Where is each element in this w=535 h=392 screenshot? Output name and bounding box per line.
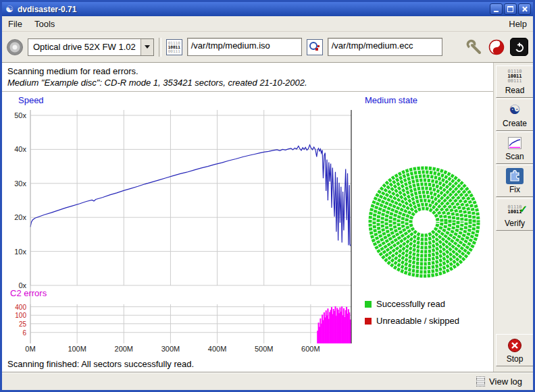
tick-label: 300M <box>155 345 185 353</box>
speed-chart-title: Speed <box>18 95 44 105</box>
log-icon <box>476 376 485 387</box>
bottom-bar: View log <box>2 372 533 390</box>
window-title: dvdisaster-0.71 <box>18 5 488 14</box>
close-icon <box>521 6 528 12</box>
status-line1: Scanning medium for read errors. <box>7 66 493 76</box>
legend-swatch-green <box>365 301 372 308</box>
toolbar-right-group <box>465 38 528 56</box>
minimize-button[interactable] <box>490 3 503 15</box>
tick-label: 100M <box>62 345 92 353</box>
tick-label: 40x <box>3 145 26 153</box>
tick-label: 500M <box>249 345 279 353</box>
tick-label: 100 <box>3 312 26 319</box>
legend-label-unreadable: Unreadable / skipped <box>376 316 459 326</box>
tick-label: 50x <box>3 111 26 119</box>
preferences-wrench-icon[interactable] <box>465 38 483 56</box>
verify-button-label: Verify <box>505 219 525 228</box>
tick-label: 30x <box>3 179 26 188</box>
scan-button-label: Scan <box>505 152 524 161</box>
tick-label: 400 <box>3 304 26 311</box>
menubar: File Tools Help <box>2 16 533 32</box>
stop-icon <box>506 337 524 354</box>
menu-help[interactable]: Help <box>503 17 533 31</box>
read-button-label: Read <box>505 86 525 95</box>
medium-state-disc <box>364 162 484 282</box>
view-log-button[interactable]: View log <box>472 375 526 388</box>
tick-label: 10x <box>3 248 26 256</box>
chevron-down-icon <box>145 45 150 49</box>
tick-label: 200M <box>109 345 138 353</box>
iso-path-input[interactable]: /var/tmp/medium.iso <box>187 38 302 56</box>
create-button[interactable]: ☯ Create <box>496 99 534 131</box>
check-icon: ✓ <box>519 203 528 215</box>
app-icon: ☯ <box>4 4 15 15</box>
tick-label: 0M <box>16 345 45 353</box>
minimize-icon <box>494 11 499 12</box>
iso-image-icon: 01110 10011 00111 <box>166 39 182 55</box>
app-window: ☯ dvdisaster-0.71 File Tools Help Optica… <box>0 0 535 392</box>
menu-tools[interactable]: Tools <box>28 17 61 31</box>
fix-button-label: Fix <box>509 185 520 194</box>
medium-state-title: Medium state <box>365 95 417 105</box>
drive-select[interactable]: Optical drive 52X FW 1.02 <box>28 38 154 56</box>
status-headline: Scanning medium for read errors. Medium … <box>2 63 493 92</box>
create-button-label: Create <box>503 119 527 128</box>
iso-icon-row: 00111 <box>168 49 180 53</box>
toolbar: Optical drive 52X FW 1.02 01110 10011 00… <box>2 32 533 63</box>
maximize-icon <box>507 6 513 12</box>
scan-button[interactable]: Scan <box>496 132 534 164</box>
menu-file[interactable]: File <box>2 17 28 31</box>
status-line2: Medium "Example disc": CD-R mode 1, 3534… <box>7 78 493 88</box>
drive-select-dropdown-button[interactable] <box>141 39 153 55</box>
verify-icon: 01110 10011 ✓ <box>506 202 524 218</box>
tick-label: 400M <box>203 345 232 353</box>
ecc-file-icon <box>307 39 323 55</box>
legend-label-read: Successfully read <box>376 299 445 309</box>
dvdisaster-logo-icon[interactable] <box>488 39 505 55</box>
maximize-button[interactable] <box>504 3 517 15</box>
ecc-glyph <box>309 41 321 53</box>
tick-label: 25 <box>3 320 26 328</box>
tick-label: 20x <box>3 213 26 221</box>
tick-label: 600M <box>296 345 326 353</box>
stop-button-label: Stop <box>507 354 524 364</box>
power-icon <box>514 42 525 53</box>
legend-item-read: Successfully read <box>365 299 445 309</box>
footer-status-text: Scanning finished: All sectors successfu… <box>7 359 194 369</box>
c2-errors-title: C2 errors <box>10 288 47 298</box>
bin-row: 00111 <box>507 78 521 84</box>
ecc-path-input[interactable]: /var/tmp/medium.ecc <box>328 38 442 56</box>
toolbar-separator <box>159 38 161 57</box>
drive-select-value: Optical drive 52X FW 1.02 <box>28 39 141 55</box>
view-log-label: View log <box>489 376 522 387</box>
quit-button[interactable] <box>510 38 528 56</box>
close-button[interactable] <box>518 3 531 15</box>
tick-label: 6 <box>3 329 26 337</box>
fix-puzzle-icon <box>506 168 524 184</box>
optical-drive-icon <box>7 39 23 55</box>
yin-yang-icon: ☯ <box>509 103 520 117</box>
stop-button[interactable]: Stop <box>496 334 534 366</box>
read-button[interactable]: 01110 10011 00111 Read <box>496 65 534 98</box>
action-sidebar: 01110 10011 00111 Read ☯ Create Scan <box>493 63 533 372</box>
verify-button[interactable]: 01110 10011 ✓ Verify <box>496 198 534 231</box>
legend-item-unreadable: Unreadable / skipped <box>365 316 459 326</box>
create-yinyang-icon: ☯ <box>506 102 524 118</box>
fix-button[interactable]: Fix <box>496 165 534 197</box>
legend-swatch-red <box>365 318 372 325</box>
read-binary-icon: 01110 10011 00111 <box>506 69 524 85</box>
scan-chart-icon <box>506 135 524 151</box>
titlebar[interactable]: ☯ dvdisaster-0.71 <box>2 2 533 16</box>
